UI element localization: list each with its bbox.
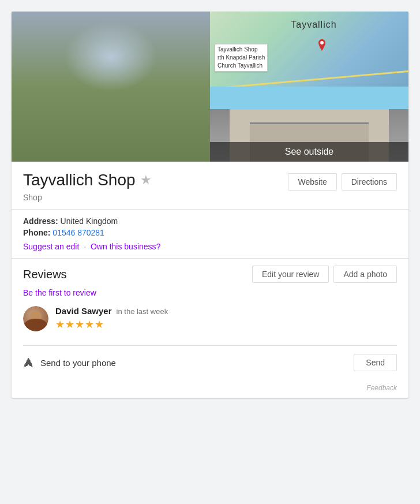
reviewer-row: David Sawyer in the last week ★★★★★ [23, 306, 397, 331]
see-outside-button[interactable]: See outside [210, 142, 408, 162]
see-photos-button[interactable]: See photos [12, 142, 210, 162]
send-button[interactable]: Send [354, 354, 397, 371]
address-label: Address: [23, 216, 58, 226]
info-section: Address: United Kingdom Phone: 01546 870… [23, 210, 397, 258]
action-buttons: Website Directions [288, 173, 397, 191]
send-phone-icon: ⮝ [23, 356, 35, 369]
main-content: Tayvallich Shop ★ Website Directions Sho… [12, 162, 408, 379]
address-line: Address: United Kingdom [23, 216, 397, 226]
phone-line: Phone: 01546 870281 [23, 228, 397, 237]
map-city-label: Tayvallich [291, 20, 336, 30]
avatar-image [23, 306, 48, 331]
reviewer-info: David Sawyer in the last week ★★★★★ [55, 306, 397, 331]
reviewer-stars: ★★★★★ [55, 318, 397, 331]
be-first-to-review-link[interactable]: Be the first to review [23, 288, 96, 297]
send-section: ⮝ Send to your phone Send [23, 345, 397, 379]
send-label: Send to your phone [40, 358, 116, 368]
own-business-link[interactable]: Own this business? [91, 242, 160, 251]
reviews-title: Reviews [23, 268, 67, 281]
feedback-label[interactable]: Feedback [366, 384, 397, 392]
address-value-text: United Kingdom [61, 216, 118, 226]
send-left: ⮝ Send to your phone [23, 356, 116, 369]
reviews-header: Reviews Edit your review Add a photo [23, 266, 397, 283]
directions-button[interactable]: Directions [342, 173, 397, 191]
bookmark-star-icon[interactable]: ★ [140, 173, 152, 188]
map-panel[interactable]: Tayvallich Tayvallich Shop rth Knapdal P… [210, 12, 408, 87]
phone-label: Phone: [23, 228, 50, 237]
reviewer-time: in the last week [117, 307, 168, 316]
business-name: Tayvallich Shop [23, 171, 136, 189]
add-photo-button[interactable]: Add a photo [333, 266, 397, 283]
map-info-box: Tayvallich Shop rth Knapdal Parish Churc… [215, 44, 268, 72]
reviewer-name: David Sawyer [55, 306, 112, 316]
map-pin-icon [317, 39, 327, 52]
photo-grid: See photos Tayvallich Tayvallich Shop rt… [12, 12, 408, 162]
edit-review-button[interactable]: Edit your review [252, 266, 329, 283]
edit-links: Suggest an edit · Own this business? [23, 242, 397, 251]
avatar [23, 306, 48, 331]
reviews-section: Reviews Edit your review Add a photo Be … [23, 259, 397, 338]
dot-separator: · [84, 242, 86, 251]
title-row: Tayvallich Shop ★ Website Directions [23, 171, 397, 191]
map-road [211, 70, 408, 87]
title-left: Tayvallich Shop ★ [23, 171, 152, 189]
main-photo[interactable]: See photos [12, 12, 210, 162]
feedback-row: Feedback [12, 379, 408, 398]
phone-number[interactable]: 01546 870281 [52, 228, 104, 237]
suggest-edit-link[interactable]: Suggest an edit [23, 242, 79, 251]
website-button[interactable]: Website [288, 173, 336, 191]
svg-point-0 [320, 41, 324, 44]
category-label: Shop [23, 193, 397, 202]
outside-photo[interactable]: See outside [210, 87, 408, 162]
business-card: See photos Tayvallich Tayvallich Shop rt… [12, 12, 408, 398]
reviews-buttons: Edit your review Add a photo [252, 266, 397, 283]
reviewer-name-row: David Sawyer in the last week [55, 306, 397, 316]
